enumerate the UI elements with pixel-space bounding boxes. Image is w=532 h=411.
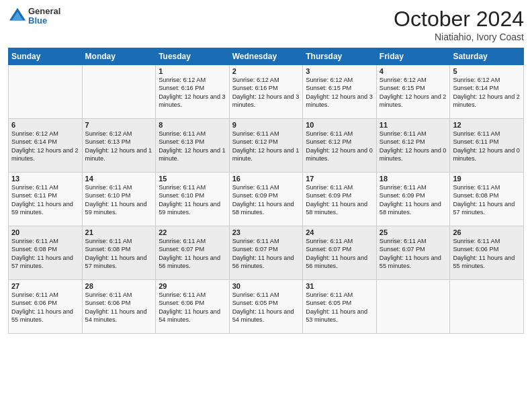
calendar-cell: 31Sunrise: 6:11 AMSunset: 6:05 PMDayligh…: [303, 280, 377, 334]
header-cell-friday: Friday: [376, 48, 450, 65]
cell-content: Sunrise: 6:12 AMSunset: 6:14 PMDaylight:…: [453, 76, 521, 109]
calendar-cell: [9, 65, 83, 119]
header-cell-wednesday: Wednesday: [229, 48, 303, 65]
day-number: 30: [232, 282, 300, 290]
cell-content: Sunrise: 6:11 AMSunset: 6:13 PMDaylight:…: [159, 130, 226, 163]
day-number: 20: [11, 228, 79, 236]
calendar-cell: 19Sunrise: 6:11 AMSunset: 6:08 PMDayligh…: [450, 173, 524, 226]
calendar-cell: 14Sunrise: 6:11 AMSunset: 6:10 PMDayligh…: [82, 173, 156, 226]
cell-content: Sunrise: 6:11 AMSunset: 6:05 PMDaylight:…: [306, 291, 373, 324]
day-number: 5: [453, 67, 521, 75]
calendar-cell: 27Sunrise: 6:11 AMSunset: 6:06 PMDayligh…: [9, 280, 83, 334]
calendar-cell: 20Sunrise: 6:11 AMSunset: 6:08 PMDayligh…: [9, 226, 83, 280]
logo-blue: Blue: [28, 16, 60, 26]
calendar-cell: 30Sunrise: 6:11 AMSunset: 6:05 PMDayligh…: [229, 280, 303, 334]
calendar-cell: 16Sunrise: 6:11 AMSunset: 6:09 PMDayligh…: [229, 173, 303, 226]
cell-content: Sunrise: 6:11 AMSunset: 6:06 PMDaylight:…: [453, 237, 521, 271]
cell-content: Sunrise: 6:11 AMSunset: 6:08 PMDaylight:…: [11, 237, 79, 271]
day-number: 2: [232, 67, 300, 75]
calendar-cell: 24Sunrise: 6:11 AMSunset: 6:07 PMDayligh…: [303, 226, 377, 280]
cell-content: Sunrise: 6:11 AMSunset: 6:12 PMDaylight:…: [306, 130, 373, 163]
day-number: 7: [85, 121, 153, 129]
title-block: October 2024 Niatiahio, Ivory Coast: [394, 7, 524, 42]
header: General Blue October 2024 Niatiahio, Ivo…: [8, 7, 524, 42]
header-cell-saturday: Saturday: [450, 48, 524, 65]
calendar-header: SundayMondayTuesdayWednesdayThursdayFrid…: [9, 48, 524, 65]
cell-content: Sunrise: 6:11 AMSunset: 6:11 PMDaylight:…: [453, 130, 521, 163]
cell-content: Sunrise: 6:11 AMSunset: 6:09 PMDaylight:…: [306, 183, 373, 217]
day-number: 23: [232, 228, 300, 236]
calendar-cell: 17Sunrise: 6:11 AMSunset: 6:09 PMDayligh…: [303, 173, 377, 226]
day-number: 21: [85, 228, 153, 236]
day-number: 17: [306, 175, 373, 183]
calendar-cell: 18Sunrise: 6:11 AMSunset: 6:09 PMDayligh…: [376, 173, 450, 226]
page: General Blue October 2024 Niatiahio, Ivo…: [0, 0, 532, 411]
calendar-cell: 4Sunrise: 6:12 AMSunset: 6:15 PMDaylight…: [376, 65, 450, 119]
calendar-cell: 23Sunrise: 6:11 AMSunset: 6:07 PMDayligh…: [229, 226, 303, 280]
day-number: 12: [453, 121, 521, 129]
calendar-week-row: 13Sunrise: 6:11 AMSunset: 6:11 PMDayligh…: [9, 173, 524, 226]
calendar-cell: 29Sunrise: 6:11 AMSunset: 6:06 PMDayligh…: [156, 280, 230, 334]
day-number: 19: [453, 175, 521, 183]
header-cell-tuesday: Tuesday: [156, 48, 230, 65]
calendar-cell: 11Sunrise: 6:11 AMSunset: 6:12 PMDayligh…: [376, 119, 450, 173]
calendar-table: SundayMondayTuesdayWednesdayThursdayFrid…: [8, 48, 524, 334]
header-cell-thursday: Thursday: [303, 48, 377, 65]
calendar-body: 1Sunrise: 6:12 AMSunset: 6:16 PMDaylight…: [9, 65, 524, 334]
calendar-cell: 25Sunrise: 6:11 AMSunset: 6:07 PMDayligh…: [376, 226, 450, 280]
day-number: 6: [11, 121, 79, 129]
day-number: 16: [232, 175, 300, 183]
day-number: 13: [11, 175, 79, 183]
cell-content: Sunrise: 6:11 AMSunset: 6:06 PMDaylight:…: [85, 291, 153, 324]
cell-content: Sunrise: 6:12 AMSunset: 6:14 PMDaylight:…: [11, 130, 79, 163]
header-row: SundayMondayTuesdayWednesdayThursdayFrid…: [9, 48, 524, 65]
calendar-cell: 10Sunrise: 6:11 AMSunset: 6:12 PMDayligh…: [303, 119, 377, 173]
day-number: 28: [85, 282, 153, 290]
day-number: 31: [306, 282, 373, 290]
day-number: 11: [380, 121, 447, 129]
day-number: 24: [306, 228, 373, 236]
day-number: 26: [453, 228, 521, 236]
day-number: 18: [380, 175, 447, 183]
calendar-week-row: 6Sunrise: 6:12 AMSunset: 6:14 PMDaylight…: [9, 119, 524, 173]
day-number: 1: [159, 67, 226, 75]
day-number: 10: [306, 121, 373, 129]
calendar-cell: 13Sunrise: 6:11 AMSunset: 6:11 PMDayligh…: [9, 173, 83, 226]
day-number: 22: [159, 228, 226, 236]
logo-general: General: [28, 7, 60, 16]
location-subtitle: Niatiahio, Ivory Coast: [394, 32, 524, 42]
cell-content: Sunrise: 6:12 AMSunset: 6:16 PMDaylight:…: [159, 76, 226, 109]
calendar-cell: [450, 280, 524, 334]
cell-content: Sunrise: 6:11 AMSunset: 6:09 PMDaylight:…: [232, 183, 300, 217]
day-number: 25: [380, 228, 447, 236]
cell-content: Sunrise: 6:11 AMSunset: 6:12 PMDaylight:…: [380, 130, 447, 163]
calendar-cell: 12Sunrise: 6:11 AMSunset: 6:11 PMDayligh…: [450, 119, 524, 173]
cell-content: Sunrise: 6:11 AMSunset: 6:07 PMDaylight:…: [159, 237, 226, 271]
day-number: 14: [85, 175, 153, 183]
day-number: 9: [232, 121, 300, 129]
cell-content: Sunrise: 6:11 AMSunset: 6:08 PMDaylight:…: [85, 237, 153, 271]
header-cell-monday: Monday: [82, 48, 156, 65]
day-number: 27: [11, 282, 79, 290]
cell-content: Sunrise: 6:11 AMSunset: 6:06 PMDaylight:…: [11, 291, 79, 324]
cell-content: Sunrise: 6:11 AMSunset: 6:10 PMDaylight:…: [159, 183, 226, 217]
calendar-cell: 3Sunrise: 6:12 AMSunset: 6:15 PMDaylight…: [303, 65, 377, 119]
cell-content: Sunrise: 6:12 AMSunset: 6:16 PMDaylight:…: [232, 76, 300, 109]
day-number: 29: [159, 282, 226, 290]
cell-content: Sunrise: 6:12 AMSunset: 6:13 PMDaylight:…: [85, 130, 153, 163]
calendar-cell: 7Sunrise: 6:12 AMSunset: 6:13 PMDaylight…: [82, 119, 156, 173]
calendar-week-row: 20Sunrise: 6:11 AMSunset: 6:08 PMDayligh…: [9, 226, 524, 280]
cell-content: Sunrise: 6:11 AMSunset: 6:07 PMDaylight:…: [306, 237, 373, 271]
day-number: 4: [380, 67, 447, 75]
cell-content: Sunrise: 6:12 AMSunset: 6:15 PMDaylight:…: [306, 76, 373, 109]
calendar-cell: 9Sunrise: 6:11 AMSunset: 6:12 PMDaylight…: [229, 119, 303, 173]
cell-content: Sunrise: 6:11 AMSunset: 6:10 PMDaylight:…: [85, 183, 153, 217]
cell-content: Sunrise: 6:11 AMSunset: 6:05 PMDaylight:…: [232, 291, 300, 324]
calendar-cell: 28Sunrise: 6:11 AMSunset: 6:06 PMDayligh…: [82, 280, 156, 334]
cell-content: Sunrise: 6:11 AMSunset: 6:08 PMDaylight:…: [453, 183, 521, 217]
cell-content: Sunrise: 6:11 AMSunset: 6:07 PMDaylight:…: [232, 237, 300, 271]
cell-content: Sunrise: 6:11 AMSunset: 6:12 PMDaylight:…: [232, 130, 300, 163]
cell-content: Sunrise: 6:11 AMSunset: 6:07 PMDaylight:…: [380, 237, 447, 271]
calendar-cell: 1Sunrise: 6:12 AMSunset: 6:16 PMDaylight…: [156, 65, 230, 119]
calendar-cell: 21Sunrise: 6:11 AMSunset: 6:08 PMDayligh…: [82, 226, 156, 280]
